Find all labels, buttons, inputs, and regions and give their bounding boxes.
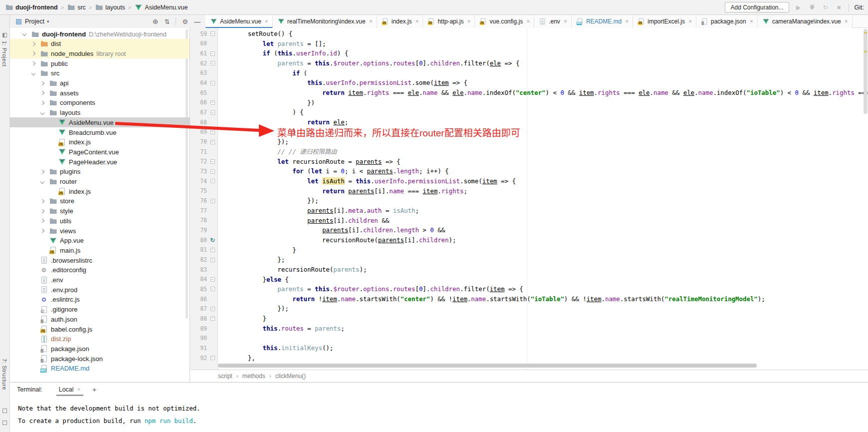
code-line-74[interactable]: 74− let isAuth = this.userInfo.permissio… [190,176,868,186]
code-line-90[interactable]: 90 [190,333,868,343]
code-line-92[interactable]: 92^ }, [190,353,868,363]
titlebar-crumb-layouts[interactable]: layouts [95,3,125,11]
tree-item-.env.prod[interactable]: .env.prod [10,285,190,295]
code-text[interactable]: }) [218,98,315,108]
new-terminal-session-button[interactable]: + [92,385,97,394]
code-text[interactable]: if ( [218,68,307,78]
code-text[interactable]: return item.rights === ele.name && ele.n… [218,88,868,98]
code-line-86[interactable]: 86 return !item.name.startsWith("center"… [190,294,868,304]
tree-item-router[interactable]: router [10,177,190,187]
line-number[interactable]: 82 [190,256,207,263]
code-text[interactable]: let recursionRoute = parents => { [218,157,401,167]
code-line-61[interactable]: 61− if (this.userInfo.id) { [190,48,868,58]
code-text[interactable]: let parents = []; [218,39,326,49]
project-tree[interactable]: duoji-frontendD:\zheheWeb\duoji-frontend… [10,28,190,382]
horizontal-scrollbar[interactable] [218,364,757,368]
close-tab-icon[interactable]: × [369,18,373,25]
code-text[interactable]: }); [218,304,289,314]
code-line-64[interactable]: 64− this.userInfo.permissionList.some(it… [190,78,868,88]
editor-tab-package.json[interactable]: {}package.json× [696,15,758,28]
tree-item-pageheader.vue[interactable]: PageHeader.vue [10,157,190,167]
code-text[interactable]: }, [218,353,255,363]
expand-chevron-icon[interactable] [40,219,44,223]
tree-item-main.js[interactable]: JSmain.js [10,245,190,255]
code-line-62[interactable]: 62− parents = this.$router.options.route… [190,58,868,68]
expand-chevron-icon[interactable] [31,41,35,45]
fold-marker[interactable]: ^ [207,316,218,321]
stripe-tool-icon-2[interactable] [2,421,7,425]
close-tab-icon[interactable]: × [265,18,268,25]
terminal-output[interactable]: Note that the development build is not o… [10,396,868,427]
expand-chevron-icon[interactable] [31,51,35,55]
tree-item-public[interactable]: public [10,58,190,68]
tree-item-.editorconfig[interactable]: ⚙.editorconfig [10,265,190,275]
code-text[interactable]: parents = this.$router.options.routes[0]… [218,284,523,294]
line-number[interactable]: 90 [190,335,207,342]
line-number[interactable]: 83 [190,266,207,273]
tree-item-components[interactable]: components [10,98,190,108]
code-text[interactable]: let isAuth = this.userInfo.permissionLis… [218,176,516,186]
code-line-81[interactable]: 81^ } [190,245,868,255]
line-number[interactable]: 81 [190,246,207,253]
fold-marker[interactable]: − [207,287,218,291]
code-line-71[interactable]: 71 // // 递归权限路由 [190,147,868,157]
tree-item-assets[interactable]: assets [10,88,190,98]
code-line-82[interactable]: 82^ }; [190,255,868,265]
titlebar-crumb-src[interactable]: src [67,3,86,11]
line-number[interactable]: 78 [190,217,207,224]
settings-gear-icon[interactable]: ⚙ [182,18,188,25]
line-number[interactable]: 86 [190,296,207,303]
tree-item-.browserslistrc[interactable]: .browserslistrc [10,255,190,265]
line-number[interactable]: 59 [190,30,207,37]
run-icon[interactable]: ▶ [795,4,803,11]
expand-chevron-icon[interactable] [40,179,44,183]
git-branch-label[interactable]: Git: [855,4,864,11]
fold-marker[interactable]: − [207,81,218,85]
expand-chevron-icon[interactable] [40,91,44,95]
fold-marker[interactable]: − [207,61,218,65]
code-line-65[interactable]: 65 return item.rights === ele.name && el… [190,88,868,98]
fold-marker[interactable]: − [207,51,218,56]
expand-chevron-icon[interactable] [40,209,44,213]
fold-marker[interactable]: ↻ [207,237,218,244]
tree-item-auth.json[interactable]: {}auth.json [10,314,190,324]
line-number[interactable]: 87 [190,305,207,312]
breadcrumb-methods[interactable]: methods [242,373,265,380]
tree-item-store[interactable]: store [10,196,190,206]
code-text[interactable]: return parents[i].name === item.rights; [218,186,467,196]
tree-item-.gitignore[interactable]: ∅.gitignore [10,305,190,315]
fold-marker[interactable]: ^ [207,199,218,203]
editor-tab-asidemenu.vue[interactable]: AsideMenu.vue× [206,15,273,28]
vertical-scrollbar[interactable] [864,29,868,114]
tree-item-node-modules[interactable]: node_moduleslibrary root [10,48,190,58]
hide-panel-icon[interactable]: — [194,18,201,25]
expand-chevron-icon[interactable] [40,101,44,105]
code-line-84[interactable]: 84− }else { [190,275,868,285]
breadcrumb-script[interactable]: script [218,373,232,380]
editor-tab-.env[interactable]: .env× [534,15,572,28]
tree-item-plugins[interactable]: plugins [10,167,190,177]
code-line-85[interactable]: 85− parents = this.$router.options.route… [190,284,868,294]
fold-marker[interactable]: ^ [207,307,218,311]
breadcrumb-clickmenu[interactable]: clickMenu() [275,373,306,380]
code-line-72[interactable]: 72− let recursionRoute = parents => { [190,157,868,167]
editor-tab-readme.md[interactable]: MDREADME.md× [572,15,633,28]
fold-marker[interactable]: ^ [207,140,218,144]
line-number[interactable]: 88 [190,315,207,322]
line-number[interactable]: 60 [190,40,207,47]
code-text[interactable]: } [218,314,266,324]
tree-item-babel.config.js[interactable]: JSbabel.config.js [10,324,190,334]
code-line-91[interactable]: 91 this.initialKeys(); [190,343,868,353]
close-icon[interactable]: × [77,386,81,393]
line-number[interactable]: 63 [190,69,207,76]
tree-item-pagecontent.vue[interactable]: PageContent.vue [10,147,190,157]
fold-marker[interactable]: − [207,159,218,164]
add-configuration-button[interactable]: Add Configuration... [725,2,789,12]
fold-marker[interactable]: ^ [207,248,218,252]
close-tab-icon[interactable]: × [688,18,692,25]
tree-item-package-lock.json[interactable]: {}package-lock.json [10,354,190,364]
tree-item-readme.md[interactable]: MDREADME.md [10,364,190,374]
code-line-75[interactable]: 75 return parents[i].name === item.right… [190,186,868,196]
close-tab-icon[interactable]: × [625,18,629,25]
code-text[interactable]: parents = this.$router.options.routes[0]… [218,58,519,68]
